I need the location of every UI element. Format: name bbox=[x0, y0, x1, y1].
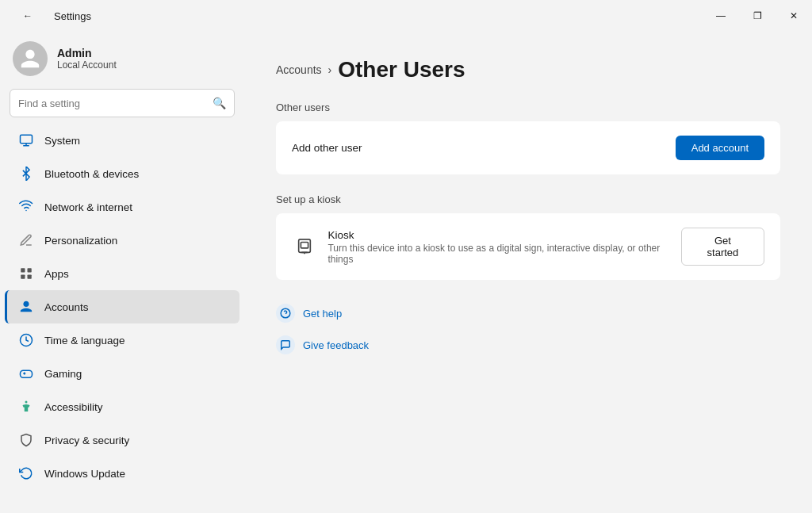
sidebar-item-privacy[interactable]: Privacy & security bbox=[5, 423, 239, 457]
system-icon bbox=[17, 132, 35, 149]
sidebar-item-gaming-label: Gaming bbox=[44, 368, 82, 380]
sidebar-item-accessibility[interactable]: Accessibility bbox=[5, 390, 239, 423]
give-feedback-link[interactable]: Give feedback bbox=[276, 331, 780, 359]
close-button[interactable]: ✕ bbox=[776, 0, 812, 32]
svg-rect-6 bbox=[21, 370, 33, 377]
user-info: Admin Local Account bbox=[57, 47, 117, 71]
back-button[interactable]: ← bbox=[10, 0, 46, 32]
search-box[interactable]: 🔍 bbox=[10, 89, 235, 117]
svg-point-7 bbox=[25, 401, 28, 404]
privacy-icon bbox=[17, 431, 35, 449]
add-other-user-label: Add other user bbox=[292, 142, 362, 154]
sidebar-item-accounts-label: Accounts bbox=[44, 301, 89, 313]
sidebar: Admin Local Account 🔍 System Bluetooth &… bbox=[0, 32, 244, 513]
other-users-section-title: Other users bbox=[276, 101, 780, 113]
personalization-icon bbox=[17, 232, 35, 249]
help-links: Get help Give feedback bbox=[276, 299, 780, 359]
app-title: Settings bbox=[54, 10, 91, 22]
breadcrumb: Accounts › Other Users bbox=[276, 57, 780, 82]
network-icon bbox=[17, 198, 35, 216]
sidebar-item-update[interactable]: Windows Update bbox=[5, 457, 239, 490]
user-name: Admin bbox=[57, 47, 117, 59]
sidebar-item-time-label: Time & language bbox=[44, 335, 125, 346]
kiosk-description: Turn this device into a kiosk to use as … bbox=[327, 243, 681, 265]
avatar bbox=[13, 41, 48, 76]
window-controls: — ❐ ✕ bbox=[703, 0, 812, 32]
sidebar-item-update-label: Windows Update bbox=[44, 468, 125, 480]
bluetooth-icon bbox=[17, 165, 35, 182]
svg-rect-0 bbox=[21, 135, 33, 144]
kiosk-card: Kiosk Turn this device into a kiosk to u… bbox=[276, 213, 780, 280]
breadcrumb-arrow: › bbox=[328, 63, 332, 76]
sidebar-item-apps[interactable]: Apps bbox=[5, 257, 239, 290]
sidebar-item-personalization-label: Personalization bbox=[44, 235, 117, 247]
apps-icon bbox=[17, 265, 35, 282]
accessibility-icon bbox=[17, 398, 35, 415]
svg-rect-11 bbox=[301, 243, 308, 248]
sidebar-item-apps-label: Apps bbox=[44, 268, 69, 280]
main-content: Accounts › Other Users Other users Add o… bbox=[244, 32, 812, 513]
gaming-icon bbox=[17, 365, 35, 382]
search-icon: 🔍 bbox=[213, 97, 226, 109]
get-help-label: Get help bbox=[303, 308, 342, 320]
give-feedback-icon bbox=[276, 335, 295, 354]
sidebar-item-bluetooth-label: Bluetooth & devices bbox=[44, 168, 139, 180]
breadcrumb-parent[interactable]: Accounts bbox=[276, 63, 322, 76]
sidebar-item-privacy-label: Privacy & security bbox=[44, 435, 129, 446]
sidebar-item-network[interactable]: Network & internet bbox=[5, 190, 239, 224]
sidebar-item-system[interactable]: System bbox=[5, 124, 239, 157]
sidebar-item-system-label: System bbox=[44, 135, 80, 147]
kiosk-row-left: Kiosk Turn this device into a kiosk to u… bbox=[292, 229, 681, 265]
sidebar-item-gaming[interactable]: Gaming bbox=[5, 357, 239, 390]
add-other-user-row: Add other user Add account bbox=[276, 121, 780, 174]
give-feedback-label: Give feedback bbox=[303, 339, 369, 351]
user-account-type: Local Account bbox=[57, 59, 117, 71]
sidebar-item-network-label: Network & internet bbox=[44, 201, 132, 213]
get-help-icon bbox=[276, 304, 295, 323]
sidebar-item-time[interactable]: Time & language bbox=[5, 323, 239, 357]
svg-rect-3 bbox=[21, 275, 25, 279]
kiosk-row: Kiosk Turn this device into a kiosk to u… bbox=[276, 213, 780, 280]
maximize-button[interactable]: ❐ bbox=[739, 0, 776, 32]
sidebar-item-accounts[interactable]: Accounts bbox=[5, 290, 239, 323]
search-input[interactable] bbox=[18, 98, 213, 109]
kiosk-icon bbox=[292, 234, 316, 259]
minimize-button[interactable]: — bbox=[703, 0, 739, 32]
other-users-card: Add other user Add account bbox=[276, 121, 780, 174]
add-account-button[interactable]: Add account bbox=[676, 136, 764, 160]
svg-rect-2 bbox=[28, 268, 32, 272]
time-icon bbox=[17, 331, 35, 349]
kiosk-get-started-button[interactable]: Get started bbox=[681, 228, 764, 266]
kiosk-section-title: Set up a kiosk bbox=[276, 193, 780, 205]
user-profile[interactable]: Admin Local Account bbox=[0, 32, 244, 89]
update-icon bbox=[17, 465, 35, 482]
sidebar-item-personalization[interactable]: Personalization bbox=[5, 224, 239, 257]
sidebar-nav: System Bluetooth & devices Network & int… bbox=[0, 124, 244, 490]
accounts-icon bbox=[17, 298, 35, 316]
kiosk-title: Kiosk bbox=[327, 229, 681, 241]
sidebar-item-accessibility-label: Accessibility bbox=[44, 401, 103, 413]
svg-rect-1 bbox=[21, 268, 25, 272]
kiosk-text: Kiosk Turn this device into a kiosk to u… bbox=[327, 229, 681, 265]
titlebar: ← Settings — ❐ ✕ bbox=[0, 0, 812, 32]
get-help-link[interactable]: Get help bbox=[276, 299, 780, 327]
svg-rect-4 bbox=[28, 275, 32, 279]
sidebar-item-bluetooth[interactable]: Bluetooth & devices bbox=[5, 157, 239, 190]
breadcrumb-current: Other Users bbox=[338, 57, 465, 82]
